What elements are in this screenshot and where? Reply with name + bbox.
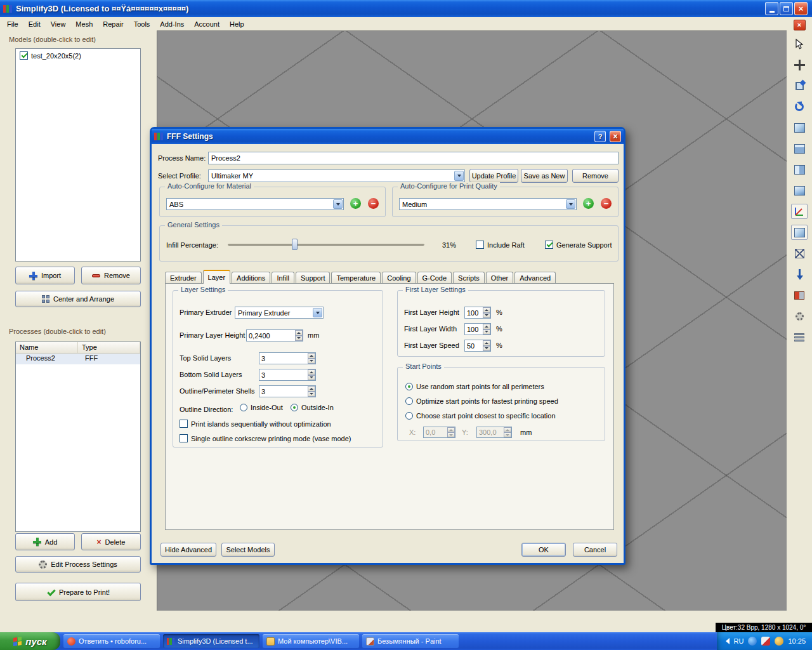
primary-extruder-dropdown[interactable]: Primary Extruder [235, 307, 324, 319]
tab-other[interactable]: Other [486, 272, 514, 284]
add-material-icon[interactable]: + [350, 198, 361, 209]
wireframe-view-icon[interactable] [791, 246, 808, 261]
plumb-line-icon[interactable] [791, 267, 808, 282]
tab-infill[interactable]: Infill [272, 272, 294, 284]
select-models-button[interactable]: Select Models [221, 543, 275, 557]
cancel-button[interactable]: Cancel [573, 543, 617, 557]
tab-layer[interactable]: Layer [203, 270, 231, 284]
tab-extruder[interactable]: Extruder [165, 272, 202, 284]
first-layer-height-spinner[interactable]: 100 [464, 307, 491, 319]
taskbar-item-paint[interactable]: Безымянный - Paint [362, 634, 459, 648]
closest-start-option[interactable]: Choose start point closest to specific l… [405, 412, 556, 420]
update-profile-button[interactable]: Update Profile [469, 169, 518, 183]
tray-collapse-icon[interactable] [726, 638, 730, 644]
inside-out-option[interactable]: Inside-Out [240, 404, 283, 411]
menu-mesh[interactable]: Mesh [70, 18, 98, 30]
menu-repair[interactable]: Repair [98, 18, 128, 30]
column-name[interactable]: Name [16, 342, 78, 353]
tab-support[interactable]: Support [296, 272, 331, 284]
ok-button[interactable]: OK [521, 543, 566, 557]
scale-tool-icon[interactable] [791, 78, 808, 93]
menu-view[interactable]: View [46, 18, 71, 30]
first-layer-speed-spinner[interactable]: 50 [464, 340, 491, 352]
print-islands-option[interactable]: Print islands sequentially without optim… [180, 420, 331, 428]
machine-settings-gear-icon[interactable] [791, 308, 808, 324]
hide-advanced-button[interactable]: Hide Advanced [160, 543, 216, 557]
remove-model-button[interactable]: Remove [81, 267, 141, 284]
infill-slider[interactable] [228, 239, 424, 250]
remove-material-icon[interactable]: − [368, 198, 379, 209]
spinner-arrows-icon[interactable] [483, 307, 490, 318]
view-side-icon[interactable] [791, 162, 808, 177]
optimize-start-option[interactable]: Optimize start points for fastest printi… [405, 397, 558, 405]
include-raft-option[interactable]: Include Raft [476, 241, 525, 249]
tab-cooling[interactable]: Cooling [382, 272, 416, 284]
save-as-new-button[interactable]: Save as New [521, 169, 568, 183]
prepare-to-print-button[interactable]: Prepare to Print! [15, 583, 141, 601]
view-top-icon[interactable] [791, 120, 808, 135]
view-front-icon[interactable] [791, 141, 808, 156]
random-start-option[interactable]: Use random start points for all perimete… [405, 383, 544, 390]
tab-scripts[interactable]: Scripts [453, 272, 485, 284]
close-button[interactable]: × [794, 2, 808, 15]
spinner-arrows-icon[interactable] [483, 324, 490, 335]
add-quality-icon[interactable]: + [583, 198, 594, 209]
remove-profile-button[interactable]: Remove [572, 169, 619, 183]
model-visibility-checkbox[interactable] [20, 51, 28, 60]
process-row[interactable]: Process2 FFF [16, 354, 140, 364]
taskbar-item-simplify3d[interactable]: Simplify3D (Licensed t... [163, 634, 259, 648]
view-iso-icon[interactable] [791, 183, 808, 198]
edit-process-settings-button[interactable]: Edit Process Settings [15, 556, 141, 573]
tab-temperature[interactable]: Temperature [331, 272, 381, 284]
spinner-arrows-icon[interactable] [308, 369, 315, 380]
menu-account[interactable]: Account [189, 18, 225, 30]
center-arrange-button[interactable]: Center and Arrange [15, 291, 141, 307]
move-tool-icon[interactable] [791, 57, 808, 72]
start-button[interactable]: пуск [0, 632, 60, 650]
inside-out-radio[interactable] [240, 404, 247, 411]
taskbar-item-browser[interactable]: Ответить • roboforu... [63, 634, 160, 648]
outside-in-option[interactable]: Outside-In [291, 404, 334, 411]
top-solid-spinner[interactable]: 3 [259, 352, 316, 364]
optimize-start-radio[interactable] [405, 397, 413, 405]
menu-edit[interactable]: Edit [23, 18, 46, 30]
processes-table[interactable]: Name Type Process2 FFF [15, 342, 141, 532]
pointer-tool-icon[interactable] [791, 36, 808, 51]
random-start-radio[interactable] [405, 383, 413, 390]
outside-in-radio[interactable] [291, 404, 298, 411]
generate-support-checkbox[interactable] [545, 241, 553, 249]
coordinate-axes-icon[interactable] [791, 204, 808, 219]
shells-spinner[interactable]: 3 [259, 385, 316, 397]
generate-support-option[interactable]: Generate Support [545, 241, 612, 249]
language-indicator[interactable]: RU [734, 637, 744, 645]
slider-thumb[interactable] [292, 239, 298, 250]
taskbar-clock[interactable]: 10:25 [788, 637, 806, 645]
restore-button[interactable] [780, 2, 793, 15]
menu-help[interactable]: Help [225, 18, 249, 30]
vase-mode-option[interactable]: Single outline corkscrew printing mode (… [180, 434, 351, 442]
first-layer-width-spinner[interactable]: 100 [464, 323, 491, 335]
model-list-item[interactable]: test_20x20x5(2) [16, 49, 140, 60]
tray-language-bar-icon[interactable] [748, 637, 757, 646]
column-type[interactable]: Type [78, 342, 140, 353]
spinner-arrows-icon[interactable] [308, 353, 315, 364]
taskbar-item-explorer[interactable]: Мой компьютер\VIB... [263, 634, 359, 648]
remove-quality-icon[interactable]: − [601, 198, 612, 209]
closest-start-radio[interactable] [405, 412, 413, 420]
material-dropdown[interactable]: ABS [166, 198, 344, 210]
quality-dropdown[interactable]: Medium [399, 198, 577, 210]
dialog-help-button[interactable]: ? [594, 131, 606, 142]
spinner-arrows-icon[interactable] [295, 330, 303, 341]
tray-app-icon[interactable] [761, 637, 770, 646]
spinner-arrows-icon[interactable] [483, 340, 490, 351]
minimize-button[interactable] [765, 2, 778, 15]
include-raft-checkbox[interactable] [476, 241, 484, 249]
layer-preview-icon[interactable] [791, 329, 808, 345]
dialog-close-button[interactable]: × [610, 131, 621, 142]
spinner-arrows-icon[interactable] [308, 386, 315, 397]
profile-dropdown[interactable]: Ultimaker MY [208, 169, 465, 182]
layer-height-spinner[interactable]: 0,2400 [246, 329, 303, 342]
tab-gcode[interactable]: G-Code [417, 272, 452, 284]
shaded-view-icon[interactable] [791, 225, 808, 240]
process-name-input[interactable] [208, 152, 619, 164]
